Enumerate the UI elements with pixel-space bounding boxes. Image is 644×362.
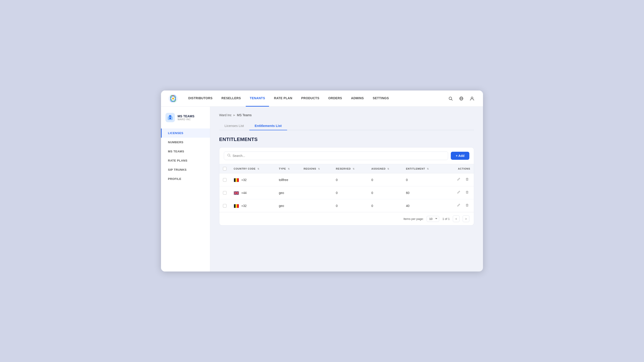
nav-resellers[interactable]: RESELLERS [217, 90, 245, 107]
app-body: MS TEAMS WARD INC LICENSES NUMBERS MS TE… [161, 107, 483, 272]
tenant-info: MS TEAMS WARD INC [178, 114, 194, 121]
table-footer: Items per page: 10 25 50 100 1 of 1 ‹ › [219, 212, 474, 225]
svg-rect-24 [237, 204, 239, 208]
sidebar-item-ms-teams[interactable]: MS TEAMS [161, 147, 210, 156]
nav-distributors[interactable]: DISTRIBUTORS [184, 90, 216, 107]
main-content: Ward Inc ▸ MS Teams Licenses List Entitl… [210, 107, 483, 272]
row-checkbox-2[interactable] [223, 204, 226, 208]
row-flag-2 [234, 203, 239, 208]
search-icon-button[interactable] [447, 95, 454, 102]
prev-page-button[interactable]: ‹ [453, 215, 460, 222]
tab-entitlements-list[interactable]: Entitlements List [249, 122, 287, 130]
svg-rect-12 [169, 115, 171, 117]
tenant-sub: WARD INC [178, 118, 194, 121]
svg-rect-23 [236, 204, 237, 208]
entitlements-table: COUNTRY CODE ⇅ TYPE ⇅ REGIONS ⇅ [219, 164, 474, 212]
edit-button-2[interactable] [456, 202, 462, 209]
col-actions: ACTIONS [444, 164, 474, 173]
row-flag-1 [234, 190, 239, 195]
row-checkbox-cell [219, 173, 230, 186]
row-reserved-2: 0 [332, 199, 368, 212]
col-assigned[interactable]: ASSIGNED ⇅ [368, 164, 402, 173]
nav-items: DISTRIBUTORS RESELLERS TENANTS RATE PLAN… [184, 90, 447, 107]
sort-icon-type: ⇅ [288, 168, 290, 170]
sort-icon-country-code: ⇅ [258, 168, 260, 170]
logo[interactable] [168, 94, 178, 103]
row-entitlement-2: 40 [402, 199, 444, 212]
row-code-2: +32 [241, 204, 247, 208]
svg-point-5 [449, 97, 452, 100]
sidebar-item-licenses[interactable]: LICENSES [161, 128, 210, 138]
col-checkbox [219, 164, 230, 173]
sidebar-item-profile[interactable]: PROFILE [161, 174, 210, 183]
edit-button-1[interactable] [456, 189, 462, 196]
sidebar-item-numbers[interactable]: NUMBERS [161, 138, 210, 147]
table-header-row: COUNTRY CODE ⇅ TYPE ⇅ REGIONS ⇅ [219, 164, 474, 173]
table-toolbar: + Add [219, 147, 474, 164]
col-reserved[interactable]: RESERVED ⇅ [332, 164, 368, 173]
row-entitlement-0: 0 [402, 173, 444, 186]
row-checkbox-cell [219, 186, 230, 199]
row-flag-0 [234, 177, 239, 182]
add-button[interactable]: + Add [451, 152, 469, 160]
nav-admins[interactable]: ADMINS [347, 90, 368, 107]
per-page-select[interactable]: 10 25 50 100 [427, 216, 439, 222]
sort-icon-reserved: ⇅ [353, 168, 355, 170]
tenant-name: MS TEAMS [178, 114, 194, 118]
row-type-2: geo [275, 199, 300, 212]
nav-settings[interactable]: SETTINGS [369, 90, 393, 107]
user-icon-button[interactable] [468, 95, 476, 102]
nav-tenants[interactable]: TENANTS [246, 90, 269, 107]
row-code-0: +32 [241, 178, 247, 182]
nav-products[interactable]: PRODUCTS [297, 90, 323, 107]
row-code-1: +44 [241, 191, 247, 195]
next-page-button[interactable]: › [463, 215, 469, 222]
breadcrumb-separator: ▸ [234, 113, 235, 117]
row-type-0: tollfree [275, 173, 300, 186]
col-regions[interactable]: REGIONS ⇅ [300, 164, 332, 173]
page-info: 1 of 1 [442, 217, 450, 221]
table-row: +44 geo 0 0 60 [219, 186, 474, 199]
row-regions-2 [300, 199, 332, 212]
row-assigned-2: 0 [368, 199, 402, 212]
search-input[interactable] [232, 154, 445, 158]
tabs: Licenses List Entitlements List [219, 122, 474, 130]
select-all-checkbox[interactable] [223, 167, 226, 170]
row-actions-2 [444, 199, 474, 212]
row-reserved-0: 0 [332, 173, 368, 186]
row-checkbox-0[interactable] [223, 178, 226, 182]
svg-rect-25 [466, 204, 468, 206]
sidebar-tenant: MS TEAMS WARD INC [161, 113, 210, 128]
edit-button-0[interactable] [456, 177, 462, 183]
delete-button-2[interactable] [464, 202, 470, 209]
svg-line-15 [230, 156, 230, 157]
svg-point-3 [172, 98, 174, 99]
sidebar-item-sip-trunks[interactable]: SIP TRUNKS [161, 165, 210, 174]
nav-rate-plan[interactable]: RATE PLAN [270, 90, 296, 107]
col-country-code[interactable]: COUNTRY CODE ⇅ [230, 164, 275, 173]
table-row: +32 geo 0 0 40 [219, 199, 474, 212]
sidebar-item-rate-plans[interactable]: RATE PLANS [161, 156, 210, 165]
sidebar-nav: LICENSES NUMBERS MS TEAMS RATE PLANS SIP… [161, 128, 210, 183]
sidebar: MS TEAMS WARD INC LICENSES NUMBERS MS TE… [161, 107, 210, 272]
per-page-label: Items per page: [404, 217, 424, 221]
row-country-code-2: +32 [230, 199, 275, 212]
tab-licenses-list[interactable]: Licenses List [219, 122, 249, 130]
delete-button-0[interactable] [464, 177, 470, 183]
globe-icon-button[interactable] [458, 95, 465, 102]
col-type[interactable]: TYPE ⇅ [275, 164, 300, 173]
row-type-1: geo [275, 186, 300, 199]
search-icon [227, 153, 231, 158]
breadcrumb-parent[interactable]: Ward Inc [219, 113, 232, 117]
svg-rect-17 [236, 178, 237, 182]
nav-orders[interactable]: ORDERS [324, 90, 346, 107]
col-entitlement[interactable]: ENTITLEMENT ⇅ [402, 164, 444, 173]
sort-icon-regions: ⇅ [318, 168, 320, 170]
entitlements-table-container: + Add COUNTRY CODE ⇅ [219, 147, 474, 225]
sort-icon-assigned: ⇅ [387, 168, 389, 170]
row-checkbox-1[interactable] [223, 191, 226, 195]
delete-button-1[interactable] [464, 189, 470, 196]
svg-point-4 [173, 95, 174, 96]
breadcrumb-current: MS Teams [237, 113, 252, 117]
svg-rect-21 [466, 192, 468, 194]
